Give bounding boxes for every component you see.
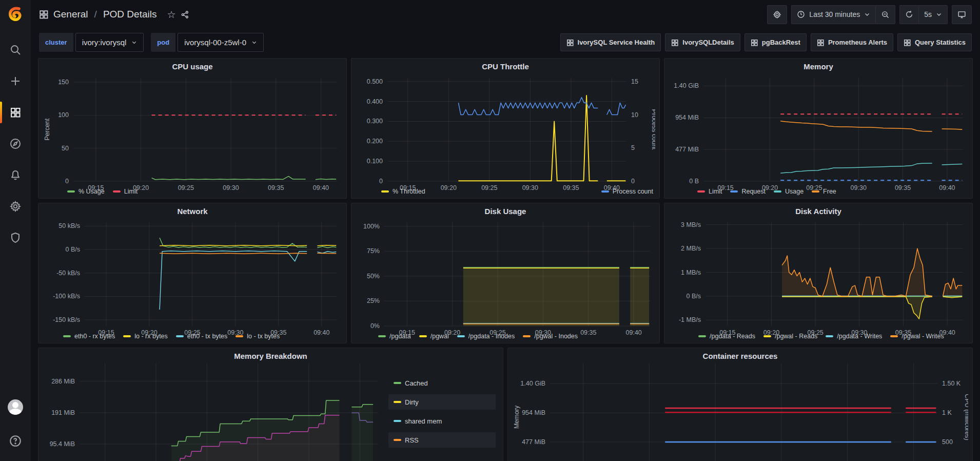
- sidebar-item-explore[interactable]: [0, 131, 31, 157]
- legend-item[interactable]: Limit: [697, 188, 722, 195]
- legend-label: Request: [741, 188, 766, 195]
- legend-item[interactable]: Process count: [601, 188, 653, 195]
- legend-swatch-icon: [730, 190, 738, 193]
- zoom-out-button[interactable]: [875, 5, 895, 24]
- memory-breakdown-chart[interactable]: 95.4 MiB191 MiB286 MiB09:1509:2009:2509:…: [43, 363, 383, 461]
- svg-text:-50 kB/s: -50 kB/s: [56, 270, 80, 277]
- sidebar-item-configuration[interactable]: [0, 194, 31, 219]
- link-prometheus-alerts[interactable]: Prometheus Alerts: [811, 33, 893, 51]
- cpu-throttle-chart[interactable]: 00.1000.2000.3000.4000.50009:1509:2009:2…: [356, 73, 655, 187]
- legend-item[interactable]: Cached: [388, 375, 496, 391]
- svg-text:954 MiB: 954 MiB: [675, 114, 699, 121]
- legend-item[interactable]: % Throttled: [381, 188, 425, 195]
- variable-cluster-select[interactable]: ivory:ivorysql: [75, 33, 144, 52]
- star-icon[interactable]: ☆: [167, 9, 175, 21]
- memory-chart[interactable]: 0 B477 MiB954 MiB1.40 GiB09:1509:2009:25…: [669, 73, 968, 187]
- panel-title[interactable]: Container resources: [512, 351, 968, 363]
- svg-text:-150 kB/s: -150 kB/s: [53, 316, 80, 323]
- user-avatar[interactable]: [8, 399, 23, 415]
- panel-title[interactable]: Network: [43, 206, 342, 218]
- chevron-down-icon: [864, 11, 870, 17]
- svg-text:286 MiB: 286 MiB: [51, 378, 75, 385]
- svg-text:1.40 GiB: 1.40 GiB: [674, 82, 699, 89]
- breadcrumb-section[interactable]: General: [53, 9, 88, 20]
- legend-item[interactable]: eth0 - rx bytes: [63, 333, 115, 340]
- legend-item[interactable]: /pgwal - Reads: [763, 333, 817, 340]
- legend-item[interactable]: shared mem: [388, 413, 496, 429]
- sidebar-item-help[interactable]: [0, 428, 31, 454]
- legend-swatch-icon: [774, 190, 781, 193]
- disk-activity-chart[interactable]: -1 MB/s0 B/s1 MB/s2 MB/s3 MB/s09:1509:20…: [669, 218, 968, 332]
- kiosk-mode-button[interactable]: [952, 5, 972, 24]
- legend-item[interactable]: lo - rx bytes: [123, 333, 168, 340]
- legend-item[interactable]: Request: [730, 188, 766, 195]
- refresh-interval-label: 5s: [924, 10, 932, 18]
- sidebar-item-server-admin[interactable]: [0, 225, 31, 251]
- dashboard-settings-button[interactable]: [767, 5, 787, 24]
- grafana-logo-icon[interactable]: [7, 5, 24, 23]
- link-ivorysqldetails[interactable]: IvorySQLDetails: [665, 33, 740, 51]
- cpu-usage-chart[interactable]: 05010015009:1509:2009:2509:3009:3509:40P…: [43, 73, 342, 187]
- sidebar-item-dashboards[interactable]: [0, 100, 31, 125]
- svg-text:191 MiB: 191 MiB: [51, 409, 75, 416]
- share-icon[interactable]: [181, 10, 189, 19]
- breadcrumb-separator: /: [93, 9, 98, 20]
- chart-legend: CachedDirtyshared memRSS: [383, 363, 499, 461]
- legend-item[interactable]: RSS: [388, 432, 496, 448]
- svg-text:Percent: Percent: [44, 118, 51, 141]
- disk-usage-chart[interactable]: 0%25%50%75%100%09:1509:2009:2509:3009:35…: [356, 218, 655, 332]
- panel-title[interactable]: Disk Usage: [356, 206, 655, 218]
- legend-item[interactable]: /pgwal - Inodes: [523, 333, 578, 340]
- link-ivorysql-service-health[interactable]: IvorySQL Service Health: [560, 33, 661, 51]
- dashboards-grid-icon: [817, 39, 824, 46]
- legend-item[interactable]: /pgdata - Writes: [826, 333, 882, 340]
- link-pgbackrest[interactable]: pgBackRest: [744, 33, 807, 51]
- legend-item[interactable]: /pgwal - Writes: [890, 333, 944, 340]
- chart-legend: /pgdata - Reads/pgwal - Reads/pgdata - W…: [669, 332, 968, 341]
- dashboards-grid-icon: [751, 39, 758, 46]
- legend-label: /pgdata - Reads: [710, 333, 755, 340]
- panel-network: Network 50 kB/s0 B/s-50 kB/s-100 kB/s-15…: [38, 203, 347, 343]
- refresh-icon: [905, 10, 913, 18]
- svg-text:10: 10: [631, 111, 638, 119]
- dashboards-grid-icon: [904, 39, 911, 46]
- legend-item[interactable]: Dirty: [388, 394, 496, 410]
- sidebar-item-alerting[interactable]: [0, 162, 31, 188]
- link-query-statistics[interactable]: Query Statistics: [897, 33, 972, 51]
- svg-text:50 kB/s: 50 kB/s: [58, 222, 80, 229]
- legend-item[interactable]: Limit: [113, 188, 138, 195]
- chevron-down-icon: [251, 40, 257, 45]
- panel-title[interactable]: CPU Throttle: [356, 61, 655, 73]
- sidebar-item-search[interactable]: [0, 37, 31, 63]
- panel-memory-breakdown: Memory Breakdown 95.4 MiB191 MiB286 MiB0…: [38, 348, 503, 461]
- legend-item[interactable]: Free: [812, 188, 836, 195]
- panel-title[interactable]: Memory: [669, 61, 968, 73]
- legend-item[interactable]: eth0 - tx bytes: [176, 333, 228, 340]
- page-title[interactable]: POD Details: [103, 9, 157, 20]
- panel-container-resources: Container resources 477 MiB954 MiB1.40 G…: [507, 348, 973, 461]
- container-resources-chart[interactable]: 477 MiB954 MiB1.40 GiB09:1509:2009:2509:…: [512, 363, 968, 461]
- legend-item[interactable]: Usage: [774, 188, 803, 195]
- legend-item[interactable]: /pgdata - Inodes: [457, 333, 515, 340]
- legend-item[interactable]: /pgwal: [419, 333, 449, 340]
- svg-text:1 MB/s: 1 MB/s: [681, 269, 701, 276]
- panel-title[interactable]: Disk Activity: [669, 206, 968, 218]
- panel-title[interactable]: CPU usage: [43, 61, 342, 73]
- legend-item[interactable]: lo - tx bytes: [236, 333, 280, 340]
- legend-item[interactable]: % Usage: [67, 188, 105, 195]
- refresh-interval-picker[interactable]: 5s: [918, 5, 948, 24]
- variable-pod-label: pod: [151, 33, 175, 52]
- sidebar-item-create[interactable]: [0, 68, 31, 94]
- compass-icon: [9, 138, 22, 150]
- svg-text:-100 kB/s: -100 kB/s: [53, 293, 80, 300]
- legend-item[interactable]: /pgdata: [378, 333, 411, 340]
- panel-title[interactable]: Memory Breakdown: [43, 351, 499, 363]
- variable-pod-select[interactable]: ivorysql-00-z5wl-0: [178, 33, 264, 52]
- legend-item[interactable]: /pgdata - Reads: [698, 333, 755, 340]
- svg-text:500: 500: [942, 438, 953, 446]
- network-chart[interactable]: 50 kB/s0 B/s-50 kB/s-100 kB/s-150 kB/s09…: [43, 218, 342, 332]
- legend-label: /pgwal - Inodes: [534, 333, 578, 340]
- refresh-button[interactable]: [899, 5, 918, 24]
- time-range-picker[interactable]: Last 30 minutes: [791, 5, 875, 24]
- chart-legend: eth0 - rx byteslo - rx byteseth0 - tx by…: [43, 332, 342, 341]
